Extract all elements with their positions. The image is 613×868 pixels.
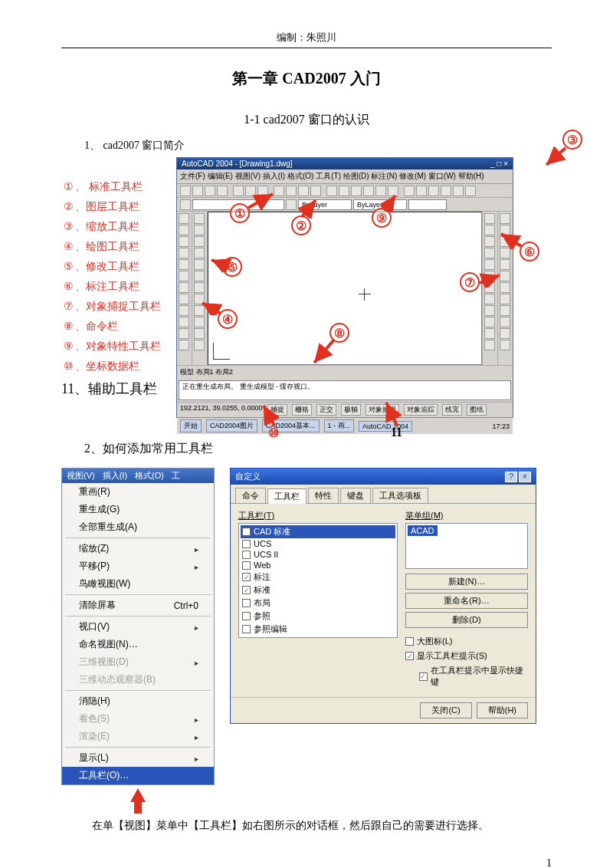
rename-button[interactable]: 重命名(R)… (405, 593, 528, 609)
legend-item-10: ⑩、坐标数据栏 (61, 360, 176, 373)
dialog-tabs[interactable]: 命令 工具栏 特性 键盘 工具选项板 (231, 485, 536, 504)
legend-item-1: ①、 标准工具栏 (61, 180, 176, 194)
view-menu-item[interactable]: 命名视图(N)… (62, 636, 214, 653)
view-menu-item[interactable]: 消隐(H) (62, 692, 214, 710)
view-menu-item[interactable]: 平移(P) (62, 557, 214, 575)
toolbar-list-item[interactable]: 参照编辑 (241, 623, 395, 636)
menugroup-item[interactable]: ACAD (408, 525, 438, 536)
status-osnap[interactable]: 对象捕捉 (366, 404, 399, 416)
cad-layer-toolbar[interactable]: ByLayer ByLayer (177, 198, 513, 212)
check-show-tooltips[interactable]: 显示工具栏提示(S) (405, 650, 528, 662)
cad-figure: AutoCAD 2004 - [Drawing1.dwg] _ □ × 文件(F… (176, 157, 552, 418)
task-item[interactable]: AutoCAD 2004 (359, 421, 412, 432)
legend-item-9: ⑨、对象特性工具栏 (61, 340, 176, 353)
status-snap[interactable]: 捕捉 (267, 404, 287, 416)
taskbar-clock: 17:23 (492, 422, 510, 430)
cad-dim-toolbar[interactable] (497, 212, 513, 365)
cad-modify-toolbar[interactable] (192, 212, 208, 365)
header-rule (61, 48, 552, 48)
view-menu-pointer-arrow (61, 785, 215, 805)
view-menu-item[interactable]: 三维动态观察器(B) (62, 671, 214, 689)
tab-keyboard[interactable]: 键盘 (340, 488, 371, 503)
toolbar-list-item[interactable]: CAD 标准 (241, 525, 395, 538)
view-menu-header: 视图(V) 插入(I) 格式(O) 工 (62, 469, 214, 483)
menugroup-label: 菜单组(M) (405, 510, 528, 521)
close-icon[interactable]: × (519, 472, 531, 482)
legend-item-5: ⑤、修改工具栏 (61, 260, 176, 274)
task-item[interactable]: CAD2004图片 (206, 419, 257, 432)
header-author: 编制：朱照川 (61, 31, 552, 44)
new-button[interactable]: 新建(N)… (405, 574, 528, 590)
task-item[interactable]: 1 - 画... (324, 419, 355, 432)
view-menu-item[interactable]: 重画(R) (62, 483, 214, 501)
view-menu-item[interactable]: 视口(V) (62, 618, 214, 636)
cad-window-controls[interactable]: _ □ × (490, 159, 508, 168)
legend-item-11: 11、辅助工具栏 (61, 380, 176, 398)
view-menu-item[interactable]: 渲染(E) (62, 728, 214, 745)
view-menu-item[interactable]: 清除屏幕Ctrl+0 (62, 597, 214, 614)
status-polar[interactable]: 极轴 (341, 404, 361, 416)
close-button[interactable]: 关闭(C) (420, 702, 471, 718)
tab-toolbars[interactable]: 工具栏 (267, 488, 306, 504)
section-1-intro: 1、 cad2007 窗口简介 (84, 139, 552, 153)
toolbar-list-item[interactable]: 标注 (241, 570, 395, 584)
toolbar-list-item[interactable]: UCS (241, 538, 395, 549)
chapter-title: 第一章 CAD2007 入门 (61, 68, 552, 89)
legend-item-4: ④、绘图工具栏 (61, 240, 176, 254)
view-menu-item[interactable]: 显示(L) (62, 749, 214, 767)
status-paper[interactable]: 图纸 (467, 404, 487, 416)
toolbar-list-item[interactable]: 标准 (241, 584, 395, 597)
cad-draw-toolbar[interactable] (177, 212, 192, 365)
section-2-title: 2、如何添加常用工具栏 (84, 441, 552, 457)
cad-window-title: AutoCAD 2004 - [Drawing1.dwg] (182, 159, 293, 168)
cad-status-bar[interactable]: 192.2121, 39.0255, 0.0000 捕捉 栅格 正交 极轴 对象… (177, 402, 513, 417)
check-large-icons[interactable]: 大图标(L) (405, 636, 528, 647)
toolbar-list-item[interactable]: 布局 (241, 597, 395, 610)
cad-status-coord: 192.2121, 39.0255, 0.0000 (180, 404, 263, 416)
toolbar-list-item[interactable]: Web (241, 560, 395, 570)
status-ortho[interactable]: 正交 (316, 404, 336, 416)
check-show-shortcuts[interactable]: 在工具栏提示中显示快捷键 (419, 665, 528, 688)
view-menu-item[interactable]: 三维视图(D) (62, 653, 214, 671)
cad-canvas[interactable] (208, 212, 482, 365)
view-menu-item[interactable]: 缩放(Z) (62, 540, 214, 557)
dialog-titlebar[interactable]: 自定义 ? × (231, 469, 536, 485)
cad-osnap-toolbar[interactable] (482, 212, 497, 365)
ucs-icon (213, 343, 230, 360)
view-menu-item[interactable]: 鸟瞰视图(W) (62, 575, 214, 593)
cad-model-tabs[interactable]: 模型 布局1 布局2 (177, 365, 513, 379)
instruction-text: 在单【视图】菜单中【工具栏】如右图所示的对话框，然后跟自己的需要进行选择。 (92, 817, 552, 834)
menugroup-list[interactable]: ACAD (405, 523, 528, 569)
delete-button[interactable]: 删除(D) (405, 612, 528, 628)
task-item[interactable]: CAD2004基本... (262, 419, 320, 432)
circled-marker-6: ⑥ (520, 242, 539, 261)
page-number: 1 (61, 857, 552, 868)
dialog-title: 自定义 (235, 471, 261, 482)
status-otrack[interactable]: 对象追踪 (404, 404, 438, 416)
status-lwt[interactable]: 线宽 (442, 404, 462, 416)
windows-taskbar[interactable]: 开始 CAD2004图片 CAD2004基本... 1 - 画... AutoC… (177, 417, 513, 434)
toolbar-list-label: 工具栏(T) (238, 510, 398, 521)
toolbar-list[interactable]: CAD 标准UCSUCS IIWeb标注标准布局参照参照编辑插入查询对象捕捉对象… (238, 523, 398, 638)
toolbar-list-item[interactable]: 参照 (241, 610, 395, 623)
view-menu-item[interactable]: 工具栏(O)… (62, 767, 214, 784)
view-menu-item[interactable]: 重生成(G) (62, 501, 214, 518)
legend-column: ①、 标准工具栏 ②、图层工具栏 ③、缩放工具栏 ④、绘图工具栏 ⑤、修改工具栏… (61, 157, 176, 418)
toolbar-list-item[interactable]: 插入 (241, 636, 395, 638)
help-button[interactable]: 帮助(H) (477, 702, 528, 718)
tab-toolpalettes[interactable]: 工具选项板 (372, 488, 428, 503)
view-menu-item[interactable]: 全部重生成(A) (62, 518, 214, 536)
legend-item-3: ③、缩放工具栏 (61, 220, 176, 234)
cad-command-line[interactable]: 正在重生成布局。 重生成模型 - 缓存视口。 (179, 380, 511, 400)
tab-properties[interactable]: 特性 (308, 488, 339, 503)
cad-standard-toolbar[interactable] (177, 184, 513, 198)
tab-commands[interactable]: 命令 (235, 488, 266, 503)
toolbar-list-item[interactable]: UCS II (241, 549, 395, 560)
start-button[interactable]: 开始 (180, 419, 202, 432)
view-menu[interactable]: 视图(V) 插入(I) 格式(O) 工 重画(R)重生成(G)全部重生成(A)缩… (61, 468, 215, 785)
view-menu-item[interactable]: 着色(S) (62, 710, 214, 728)
cad-menubar[interactable]: 文件(F) 编辑(E) 视图(V) 插入(I) 格式(O) 工具(T) 绘图(D… (177, 169, 513, 184)
help-icon[interactable]: ? (505, 472, 517, 482)
legend-item-6: ⑥、标注工具栏 (61, 280, 176, 294)
status-grid[interactable]: 栅格 (292, 404, 312, 416)
